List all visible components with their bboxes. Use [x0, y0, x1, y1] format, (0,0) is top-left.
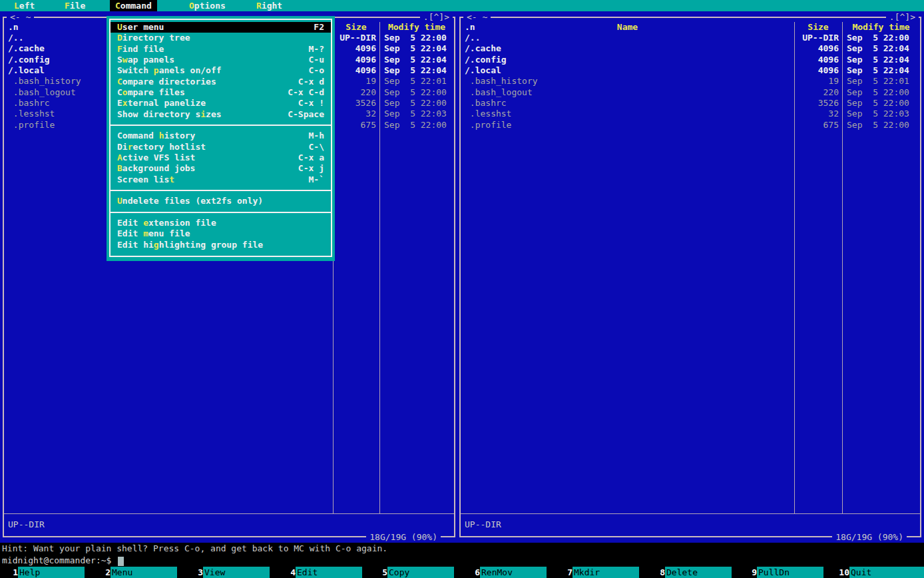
menu-items: User menuF2 Directory tree Find fileM-? …: [111, 22, 331, 250]
label-post: enu file: [148, 228, 190, 238]
menu-item-active-vfs-list[interactable]: Active VFS listC-x a: [111, 152, 331, 163]
file-time: Sep 5 22:01: [379, 76, 454, 87]
fnkey-pulldn[interactable]: 9PullDn: [739, 567, 823, 578]
file-time: Sep 5 22:03: [379, 109, 454, 119]
label-pre: Switch: [117, 65, 154, 75]
menu-item-label: Active VFS list: [117, 152, 195, 163]
menu-item-screen-list[interactable]: Screen listM-`: [111, 174, 331, 185]
file-size: 220: [333, 87, 379, 98]
file-size: 4096: [333, 43, 379, 54]
label-post: ackground jobs: [122, 163, 196, 173]
table-row[interactable]: /..UP--DIRSep 5 22:00: [461, 33, 920, 43]
table-row[interactable]: .lesshst32Sep 5 22:03: [461, 109, 920, 119]
menubar-label: ptions: [194, 1, 226, 11]
column-header-modify-time[interactable]: Modify time: [842, 22, 920, 33]
file-size: 4096: [333, 65, 379, 76]
table-row[interactable]: .profile675Sep 5 22:00: [461, 120, 920, 131]
prompt-text: midnight@commander:~$: [2, 555, 116, 565]
left-panel-path[interactable]: <- ~: [7, 12, 34, 23]
menu-item-undelete-files[interactable]: Undelete files (ext2fs only): [111, 196, 331, 206]
label-hotkey: B: [117, 163, 122, 173]
menu-item-directory-hotlist[interactable]: Directory hotlistC-\: [111, 142, 331, 152]
mini-status-separator: [4, 513, 454, 514]
menu-item-user-menu[interactable]: User menuF2: [111, 22, 331, 33]
column-header-size[interactable]: Size: [794, 22, 842, 33]
fnkey-help[interactable]: 1Help: [0, 567, 85, 578]
menu-item-compare-files[interactable]: Compare filesC-x C-d: [111, 87, 331, 98]
fnkey-label: Copy: [387, 567, 454, 578]
menu-item-label: Swap panels: [117, 55, 174, 65]
menu-item-label: Directory hotlist: [117, 142, 206, 152]
file-name: .profile: [461, 120, 794, 131]
menu-item-label: Directory tree: [117, 33, 190, 43]
table-row[interactable]: /.config4096Sep 5 22:04: [461, 55, 920, 65]
hint-line: Hint: Want your plain shell? Press C-o, …: [0, 543, 924, 555]
fnkey-renmov[interactable]: 6RenMov: [462, 567, 547, 578]
text-cursor: [118, 557, 124, 566]
column-header-name[interactable]: Name: [461, 22, 794, 33]
file-time: Sep 5 22:04: [842, 65, 920, 76]
table-row[interactable]: .bashrc3526Sep 5 22:00: [461, 98, 920, 109]
table-row[interactable]: /.local4096Sep 5 22:04: [461, 65, 920, 76]
file-size: 675: [333, 120, 379, 131]
file-name: /.local: [461, 65, 794, 76]
fnkey-mkdir[interactable]: 7Mkdir: [555, 567, 639, 578]
file-time: Sep 5 22:01: [842, 76, 920, 87]
file-time: Sep 5 22:00: [842, 33, 920, 43]
fnkey-copy[interactable]: 5Copy: [369, 567, 454, 578]
file-name: .bash_logout: [461, 87, 794, 98]
menubar-item-right[interactable]: Right: [251, 0, 288, 11]
menu-item-directory-tree[interactable]: Directory tree: [111, 33, 331, 43]
fnkey-view[interactable]: 3View: [185, 567, 270, 578]
menu-item-label: Edit extension file: [117, 218, 216, 228]
menu-item-background-jobs[interactable]: Background jobsC-x j: [111, 163, 331, 174]
menu-item-find-file[interactable]: Find fileM-?: [111, 44, 331, 55]
file-size: 3526: [794, 98, 842, 109]
file-size: 4096: [333, 55, 379, 65]
fnkey-delete[interactable]: 8Delete: [647, 567, 732, 578]
table-row[interactable]: /.cache4096Sep 5 22:04: [461, 43, 920, 54]
file-time: Sep 5 22:04: [379, 65, 454, 76]
menu-item-edit-highlighting-group-file[interactable]: Edit highlighting group file: [111, 240, 331, 250]
menu-item-external-panelize[interactable]: External panelizeC-x !: [111, 98, 331, 109]
label-pre: C: [117, 87, 122, 97]
left-panel-disk-usage: 18G/19G (90%): [366, 532, 441, 543]
left-panel-corner-buttons[interactable]: .[^]>: [420, 12, 453, 23]
menu-item-edit-menu-file[interactable]: Edit menu file: [111, 228, 331, 239]
menu-item-command-history[interactable]: Command historyM-h: [111, 131, 331, 141]
table-row[interactable]: .bash_logout220Sep 5 22:00: [461, 87, 920, 98]
right-panel-corner-buttons[interactable]: .[^]>: [886, 12, 919, 23]
menu-item-edit-extension-file[interactable]: Edit extension file: [111, 218, 331, 228]
file-size: 19: [333, 76, 379, 87]
menu-item-swap-panels[interactable]: Swap panelsC-u: [111, 55, 331, 65]
file-size: 4096: [794, 43, 842, 54]
label-post: ap panels: [128, 55, 174, 65]
menubar-item-file[interactable]: File: [59, 0, 91, 11]
right-panel-path[interactable]: <- ~: [463, 12, 491, 23]
menubar-item-left[interactable]: Left: [9, 0, 40, 11]
column-header-size[interactable]: Size: [333, 22, 379, 33]
menubar-hotkey: R: [256, 1, 262, 11]
menu-item-switch-panels-on-off[interactable]: Switch panels on/offC-o: [111, 65, 331, 76]
label-hotkey: p: [154, 65, 159, 75]
file-time: Sep 5 22:00: [842, 87, 920, 98]
menu-item-compare-directories[interactable]: Compare directoriesC-x d: [111, 77, 331, 87]
label-hotkey: U: [117, 196, 122, 206]
menu-item-show-directory-sizes[interactable]: Show directory sizesC-Space: [111, 109, 331, 120]
right-file-list: /..UP--DIRSep 5 22:00 /.cache4096Sep 5 2…: [461, 33, 920, 131]
fnkey-number: 7: [555, 567, 573, 578]
file-name: .bashrc: [461, 98, 794, 109]
table-row[interactable]: .bash_history19Sep 5 22:01: [461, 76, 920, 87]
right-panel-status: UP--DIR: [465, 519, 501, 530]
shell-prompt[interactable]: midnight@commander:~$: [0, 555, 924, 567]
fnkey-menu[interactable]: 2Menu: [93, 567, 177, 578]
menubar-item-options[interactable]: Options: [184, 0, 231, 11]
fnkey-quit[interactable]: 10Quit: [831, 567, 924, 578]
label-hotkey: i: [200, 109, 206, 119]
menu-item-label: Show directory sizes: [117, 109, 222, 120]
column-header-modify-time[interactable]: Modify time: [379, 22, 454, 33]
fnkey-label: PullDn: [757, 567, 823, 578]
fnkey-label: Menu: [111, 567, 177, 578]
menubar-item-command[interactable]: Command: [110, 0, 157, 11]
fnkey-edit[interactable]: 4Edit: [278, 567, 362, 578]
